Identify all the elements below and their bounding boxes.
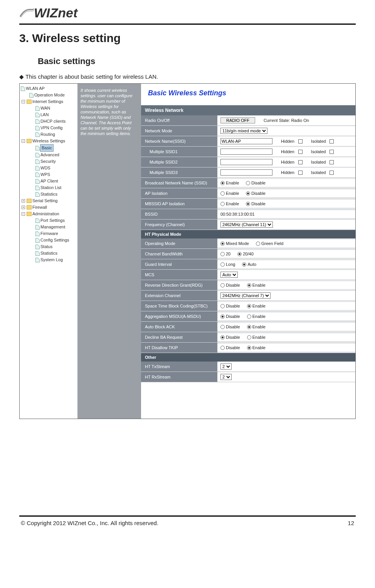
tree-item-wps[interactable]: WPS (21, 171, 77, 178)
tree-item-advanced[interactable]: Advanced (21, 152, 77, 158)
tree-folder-internet[interactable]: −Internet Settings (21, 98, 77, 105)
tree-item-status[interactable]: Status (21, 243, 77, 250)
tree-folder-serial[interactable]: +Serial Setting (21, 198, 77, 204)
tree-item-basic[interactable]: Basic (21, 144, 77, 152)
tree-item-syslog[interactable]: System Log (21, 257, 77, 263)
tkip-enable-radio[interactable]: Enable (247, 345, 266, 350)
rdg-disable-radio[interactable]: Disable (220, 283, 240, 287)
mssid1-input[interactable] (220, 149, 272, 155)
gi-auto-radio[interactable]: Auto (242, 262, 256, 267)
aback-disable-radio[interactable]: Disable (220, 324, 240, 329)
tree-item-stationlist[interactable]: Station List (21, 184, 77, 191)
tree-item-wan[interactable]: WAN (21, 105, 77, 112)
collapse-icon[interactable]: − (22, 139, 25, 143)
label-mssid1: Multiple SSID1 (141, 147, 217, 157)
network-mode-select[interactable]: 11b/g/n mixed mode (220, 128, 267, 134)
tree-item-lan[interactable]: LAN (21, 112, 77, 118)
page-icon (35, 245, 40, 249)
isolated-checkbox[interactable] (330, 160, 334, 164)
section-other: Other (141, 353, 355, 362)
tree-item-firmware[interactable]: Firmware (21, 230, 77, 237)
collapse-icon[interactable]: − (22, 100, 25, 103)
page-icon (35, 186, 40, 190)
folder-icon (27, 139, 32, 143)
tree-item-security[interactable]: Security (21, 158, 77, 165)
tree-item-config[interactable]: Config Settings (21, 237, 77, 243)
tree-item-port[interactable]: Port Settings (21, 217, 77, 224)
dba-enable-radio[interactable]: Enable (247, 335, 266, 340)
expand-icon[interactable]: + (22, 199, 25, 203)
apiso-disable-radio[interactable]: Disable (246, 191, 266, 196)
gi-long-radio[interactable]: Long (220, 262, 235, 267)
page-icon (35, 251, 40, 256)
mssid2-input[interactable] (220, 159, 272, 165)
page-icon (29, 93, 34, 98)
opmode-green-radio[interactable]: Green Field (256, 241, 283, 246)
tree-item-wds[interactable]: WDS (21, 165, 77, 171)
page-icon (35, 179, 40, 184)
page-icon (35, 172, 40, 177)
tree-folder-firewall[interactable]: +Firewall (21, 204, 77, 211)
label-radio: Radio On/Off (141, 115, 217, 125)
opmode-mixed-radio[interactable]: Mixed Mode (220, 241, 249, 246)
label-broadcast: Broadcast Network Name (SSID) (141, 178, 217, 188)
label-netmode: Network Mode (141, 126, 217, 136)
page-number: 12 (348, 520, 354, 526)
page-icon (35, 258, 40, 262)
bssid-value: 00:50:38:13:00:01 (220, 212, 255, 216)
tree-item-stats2[interactable]: Statistics (21, 250, 77, 257)
hidden-checkbox[interactable] (298, 160, 303, 164)
page-icon (35, 225, 40, 230)
tree-item-apclient[interactable]: AP Client (21, 178, 77, 184)
isolated-checkbox[interactable] (330, 139, 334, 144)
tree-folder-wireless[interactable]: −Wireless Settings (21, 138, 77, 144)
section-ht-physical: HT Physical Mode (141, 230, 355, 238)
txstream-select[interactable]: 2 (220, 363, 232, 370)
tkip-disable-radio[interactable]: Disable (220, 345, 240, 350)
tree-item-vpn[interactable]: VPN Config (21, 125, 77, 131)
label-ext: Extension Channel (141, 291, 217, 301)
cbw-2040-radio[interactable]: 20/40 (237, 252, 254, 256)
mbssid-enable-radio[interactable]: Enable (220, 201, 239, 206)
amsdu-enable-radio[interactable]: Enable (247, 314, 266, 319)
extension-channel-select[interactable]: 2442MHz (Channel 7) (220, 292, 271, 299)
hidden-checkbox[interactable] (298, 150, 303, 154)
tree-item-dhcp[interactable]: DHCP clients (21, 118, 77, 125)
label-rxstream: HT RxStream (141, 372, 217, 382)
stbc-disable-radio[interactable]: Disable (220, 304, 240, 308)
tree-root[interactable]: WLAN AP (21, 85, 77, 92)
hidden-checkbox[interactable] (298, 171, 303, 175)
page-icon (35, 159, 40, 164)
dba-disable-radio[interactable]: Disable (220, 335, 240, 340)
rdg-enable-radio[interactable]: Enable (247, 283, 266, 287)
amsdu-disable-radio[interactable]: Disable (220, 314, 240, 319)
mssid3-input[interactable] (220, 169, 272, 176)
isolated-checkbox[interactable] (330, 171, 334, 175)
collapse-icon[interactable]: − (22, 212, 25, 216)
hidden-checkbox[interactable] (298, 139, 303, 144)
expand-icon[interactable]: + (22, 206, 25, 209)
label-mcs: MCS (141, 270, 217, 280)
tree-item-routing[interactable]: Routing (21, 131, 77, 138)
apiso-enable-radio[interactable]: Enable (220, 191, 239, 196)
stbc-enable-radio[interactable]: Enable (247, 304, 266, 308)
ssid-input[interactable] (220, 138, 272, 144)
label-dba: Decline BA Request (141, 332, 217, 342)
tree-item-operation-mode[interactable]: Operation Mode (21, 92, 77, 98)
tree-folder-admin[interactable]: −Administration (21, 211, 77, 217)
aback-enable-radio[interactable]: Enable (247, 324, 266, 329)
tree-item-mgmt[interactable]: Management (21, 224, 77, 230)
tree-item-statistics[interactable]: Statistics (21, 191, 77, 198)
cbw-20-radio[interactable]: 20 (220, 252, 230, 256)
logo-text: WIZnet (34, 5, 77, 20)
page-icon (35, 106, 40, 111)
mbssid-disable-radio[interactable]: Disable (246, 201, 266, 206)
label-apiso: AP Isolation (141, 188, 217, 198)
broadcast-disable-radio[interactable]: Disable (246, 181, 266, 185)
radio-off-button[interactable]: RADIO OFF (220, 117, 255, 123)
frequency-select[interactable]: 2462MHz (Channel 11) (220, 221, 273, 228)
isolated-checkbox[interactable] (330, 150, 334, 154)
rxstream-select[interactable]: 2 (220, 374, 232, 380)
broadcast-enable-radio[interactable]: Enable (220, 181, 239, 185)
mcs-select[interactable]: Auto (220, 272, 238, 278)
